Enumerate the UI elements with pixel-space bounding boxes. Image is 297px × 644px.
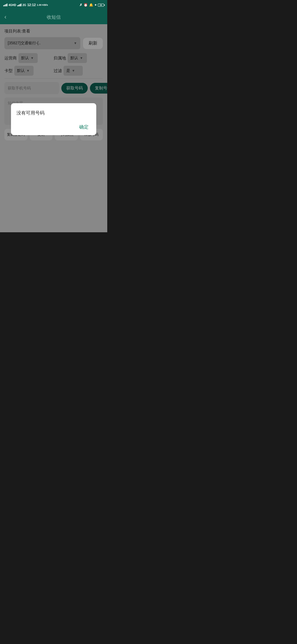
dialog-confirm-button[interactable]: 确定 xyxy=(77,123,91,131)
notification-icon: 🔔 xyxy=(89,3,93,7)
back-button[interactable]: ‹ xyxy=(4,13,6,21)
page-title: 收短信 xyxy=(47,14,61,20)
status-left: 4GHD 2G 12:12 1.00 KB/s xyxy=(3,3,48,7)
speed-display: 1.00 KB/s xyxy=(37,4,48,7)
dialog-message: 没有可用号码 xyxy=(16,110,91,116)
time-display: 12:12 xyxy=(27,3,36,7)
bluetooth-icon: ✗ xyxy=(79,3,82,7)
wifi-icon: ⌖ xyxy=(95,3,97,7)
alarm-icon: ⏰ xyxy=(84,3,88,7)
status-right: ✗ ⏰ 🔔 ⌖ 26 xyxy=(79,3,104,7)
main-content: 项目列表:查看 [35827]交通银行-{.. ▼ 刷新 运营商 默认 ▼ 归属… xyxy=(0,24,107,232)
app-header: ‹ 收短信 xyxy=(0,10,107,24)
signal-icon-2 xyxy=(17,4,21,6)
signal-icon-1 xyxy=(3,4,7,6)
battery-level: 26 xyxy=(100,4,102,6)
alert-dialog: 没有可用号码 确定 xyxy=(11,103,96,135)
network-type-1: 4GHD xyxy=(9,4,16,7)
status-bar: 4GHD 2G 12:12 1.00 KB/s ✗ ⏰ 🔔 ⌖ 26 xyxy=(0,0,107,10)
network-type-2: 2G xyxy=(23,4,26,7)
dialog-buttons: 确定 xyxy=(16,123,91,131)
battery-icon: 26 xyxy=(98,4,104,7)
